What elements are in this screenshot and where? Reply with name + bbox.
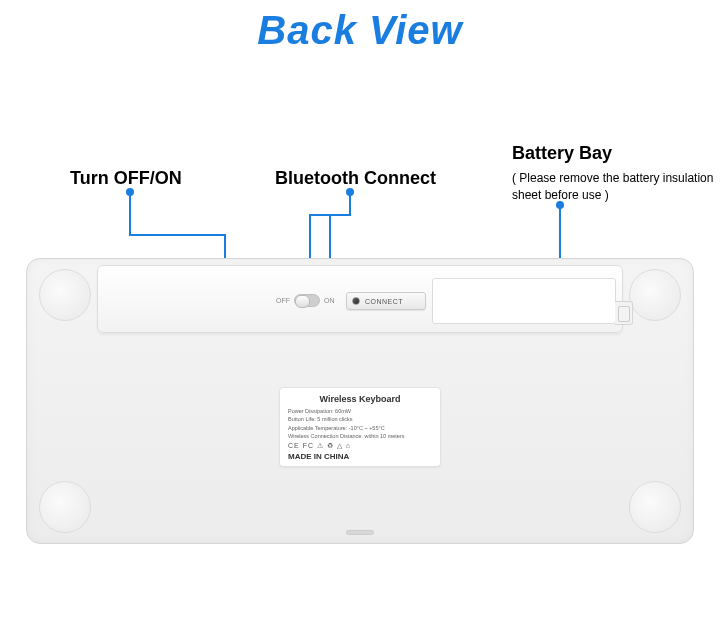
spec-made-in: MADE IN CHINA (288, 452, 432, 461)
switch-on-label: ON (324, 297, 335, 304)
connect-label: CONNECT (365, 298, 403, 305)
rubber-foot (629, 481, 681, 533)
keyboard-back: OFF ON CONNECT Wireless Keyboard Power D… (26, 258, 694, 544)
power-switch[interactable] (294, 294, 320, 307)
callout-bluetooth: Bluetooth Connect (275, 168, 436, 189)
svg-point-0 (126, 188, 134, 196)
spec-line: Button Life: 5 million clicks (288, 415, 432, 423)
spec-title: Wireless Keyboard (288, 394, 432, 404)
power-switch-group: OFF ON (276, 294, 335, 307)
bluetooth-connect-button[interactable]: CONNECT (346, 292, 426, 310)
spec-line: Applicable Temperature: -10°C ~ +55°C (288, 424, 432, 432)
top-bar: OFF ON CONNECT (97, 265, 623, 333)
spec-line: Power Dissipation: 60mW (288, 407, 432, 415)
bottom-slot (346, 530, 374, 535)
spec-cert-icons: CE FC ⚠ ♻ △ ⌂ (288, 442, 432, 450)
battery-tab[interactable] (615, 301, 633, 325)
switch-off-label: OFF (276, 297, 290, 304)
spec-line: Wireless Connection Distance: within 10 … (288, 432, 432, 440)
svg-point-2 (346, 188, 354, 196)
page-title: Back View (257, 8, 462, 53)
spec-label: Wireless Keyboard Power Dissipation: 60m… (279, 387, 441, 467)
callout-switch: Turn OFF/ON (70, 168, 182, 189)
callout-battery-title: Battery Bay (512, 143, 612, 164)
battery-bay[interactable] (432, 278, 616, 324)
rubber-foot (629, 269, 681, 321)
rubber-foot (39, 269, 91, 321)
callout-battery-subtitle: ( Please remove the battery insulation s… (512, 170, 713, 204)
rubber-foot (39, 481, 91, 533)
connect-dot-icon (352, 297, 360, 305)
